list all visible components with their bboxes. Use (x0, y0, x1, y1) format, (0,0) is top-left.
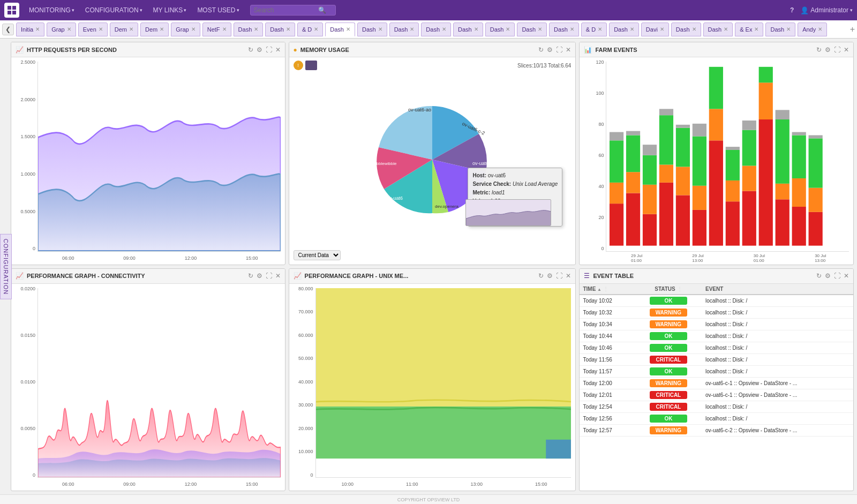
tab-item-1[interactable]: Grap✕ (47, 22, 76, 36)
svg-rect-36 (709, 67, 723, 109)
link-btn-http[interactable]: ⛶ (266, 46, 272, 54)
tab-item-2[interactable]: Even✕ (78, 22, 108, 36)
tab-item-22[interactable]: Dash✕ (703, 22, 733, 36)
close-btn-mem[interactable]: ✕ (566, 46, 571, 54)
cell-status: OK (635, 365, 702, 377)
nav-monitoring[interactable]: MONITORING ▾ (25, 4, 79, 16)
tab-item-15[interactable]: Dash✕ (485, 22, 515, 36)
tab-item-6[interactable]: NetF✕ (202, 22, 231, 36)
farm-y-axis: 120 100 80 60 40 20 0 (582, 59, 606, 252)
svg-text:ov-uat6-c-1: ov-uat6-c-1 (472, 161, 497, 166)
nav-mostused[interactable]: MOST USED ▾ (193, 4, 243, 16)
close-btn-http[interactable]: ✕ (275, 46, 281, 54)
tab-item-17[interactable]: Dash✕ (549, 22, 579, 36)
refresh-btn-conn[interactable]: ↻ (248, 272, 253, 280)
svg-rect-57 (809, 188, 823, 212)
close-btn-event[interactable]: ✕ (844, 272, 849, 280)
table-row[interactable]: Today 10:44 OK localhost :: Disk: / (580, 330, 853, 342)
tab-item-20[interactable]: Davi✕ (641, 22, 669, 36)
settings-btn-conn[interactable]: ⚙ (257, 272, 262, 280)
col-status[interactable]: STATUS ⋮ (635, 284, 702, 295)
widget-http-requests-body: 2.5000 2.0000 1.5000 1.0000 0.5000 0 (11, 57, 285, 265)
settings-btn-http[interactable]: ⚙ (257, 46, 262, 54)
conn-plot-area (37, 288, 281, 478)
link-btn-conn[interactable]: ⛶ (266, 272, 272, 280)
tab-item-7[interactable]: Dash✕ (234, 22, 264, 36)
refresh-btn-event[interactable]: ↻ (816, 272, 822, 280)
search-icon[interactable]: 🔍 (318, 6, 326, 14)
tab-item-21[interactable]: Dash✕ (671, 22, 701, 36)
event-table-scroll[interactable]: TIME ▲ ⋮ STATUS ⋮ EVENT Today 10:02 OK l… (580, 284, 853, 437)
table-row[interactable]: Today 11:57 OK localhost :: Disk: / (580, 365, 853, 377)
tab-item-8[interactable]: Dash✕ (265, 22, 295, 36)
tab-item-23[interactable]: & Ex✕ (735, 22, 763, 36)
link-btn-event[interactable]: ⛶ (834, 272, 840, 280)
farm-icon: 📊 (584, 46, 592, 54)
help-icon[interactable]: ? (790, 6, 794, 14)
table-row[interactable]: Today 12:54 CRITICAL localhost :: Disk: … (580, 401, 853, 412)
settings-btn-farm[interactable]: ⚙ (825, 46, 831, 54)
refresh-btn-farm[interactable]: ↻ (816, 46, 822, 54)
user-menu[interactable]: 👤 Administrator ▾ (800, 6, 853, 14)
table-row[interactable]: Today 12:57 WARNING ov-uat6-c-2 :: Opsvi… (580, 424, 853, 436)
search-input[interactable] (254, 6, 318, 14)
svg-rect-17 (626, 131, 640, 136)
table-row[interactable]: Today 12:56 OK localhost :: Disk: / (580, 412, 853, 424)
cell-time: Today 12:56 (580, 412, 634, 424)
sidebar-label[interactable]: CONFIGURATION (0, 234, 12, 299)
unix-y-axis: 80.000 70.000 60.000 50.000 40.000 30.00… (291, 286, 315, 478)
refresh-btn-unix[interactable]: ↻ (538, 272, 544, 280)
http-chart-area: 2.5000 2.0000 1.5000 1.0000 0.5000 0 (13, 59, 283, 262)
table-row[interactable]: Today 10:32 WARNING localhost :: Disk: / (580, 306, 853, 318)
tab-item-4[interactable]: Dem✕ (140, 22, 169, 36)
tab-item-0[interactable]: Initia✕ (16, 22, 44, 36)
tab-item-5[interactable]: Grap✕ (171, 22, 200, 36)
tab-item-12[interactable]: Dash✕ (389, 22, 419, 36)
svg-rect-29 (676, 125, 690, 128)
tab-item-10[interactable]: Dash✕ (325, 22, 355, 36)
widget-event-table: ☰ EVENT TABLE ↻ ⚙ ⛶ ✕ TIME ▲ (579, 268, 854, 492)
tab-item-3[interactable]: Dem✕ (110, 22, 138, 36)
nav-mylinks[interactable]: MY LINKS ▾ (149, 4, 191, 16)
tab-item-18[interactable]: & D✕ (581, 22, 607, 36)
cell-time: Today 10:44 (580, 330, 634, 342)
settings-btn-mem[interactable]: ⚙ (547, 46, 553, 54)
nav-configuration[interactable]: CONFIGURATION ▾ (81, 4, 147, 16)
pie-data-select[interactable]: Current Data Average Peak (294, 250, 341, 260)
table-row[interactable]: Today 12:00 WARNING ov-uat6-c-1 :: Opsvi… (580, 377, 853, 389)
close-btn-conn[interactable]: ✕ (275, 272, 281, 280)
close-btn-unix[interactable]: ✕ (566, 272, 571, 280)
svg-rect-60 (316, 288, 572, 407)
tab-item-24[interactable]: Dash✕ (765, 22, 795, 36)
link-btn-mem[interactable]: ⛶ (556, 46, 562, 54)
refresh-btn-http[interactable]: ↻ (248, 46, 253, 54)
link-btn-farm[interactable]: ⛶ (834, 46, 840, 54)
tab-item-16[interactable]: Dash✕ (517, 22, 547, 36)
table-row[interactable]: Today 10:34 WARNING localhost :: Disk: / (580, 318, 853, 330)
tabs-collapse-btn[interactable]: ❮ (2, 24, 14, 35)
tab-item-19[interactable]: Dash✕ (609, 22, 639, 36)
table-row[interactable]: Today 11:56 CRITICAL localhost :: Disk: … (580, 353, 853, 365)
close-btn-farm[interactable]: ✕ (844, 46, 849, 54)
widget-perf-conn-body: 0.0200 0.0150 0.0100 0.0050 0 (11, 284, 285, 491)
table-row[interactable]: Today 10:02 OK localhost :: Disk: / (580, 295, 853, 307)
svg-rect-32 (693, 136, 706, 185)
settings-btn-unix[interactable]: ⚙ (547, 272, 553, 280)
cell-event: ov-uat6-c-2 :: Opsview - DataStore - ... (702, 424, 853, 436)
refresh-btn-mem[interactable]: ↻ (538, 46, 544, 54)
add-tab-btn[interactable]: + (850, 25, 855, 34)
status-badge: WARNING (650, 426, 687, 434)
col-time[interactable]: TIME ▲ ⋮ (580, 284, 634, 295)
tab-item-13[interactable]: Dash✕ (421, 22, 451, 36)
table-row[interactable]: Today 12:01 CRITICAL ov-uat6-c-1 :: Opsv… (580, 389, 853, 401)
tab-item-9[interactable]: & D✕ (297, 22, 323, 36)
svg-rect-54 (792, 135, 806, 178)
settings-btn-event[interactable]: ⚙ (825, 272, 831, 280)
table-row[interactable]: Today 10:46 OK localhost :: Disk: / (580, 342, 853, 353)
tab-item-14[interactable]: Dash✕ (453, 22, 483, 36)
col-event[interactable]: EVENT (702, 284, 853, 295)
link-btn-unix[interactable]: ⛶ (556, 272, 562, 280)
tab-item-25[interactable]: Andy✕ (798, 22, 827, 36)
svg-rect-11 (610, 183, 623, 204)
tab-item-11[interactable]: Dash✕ (357, 22, 387, 36)
